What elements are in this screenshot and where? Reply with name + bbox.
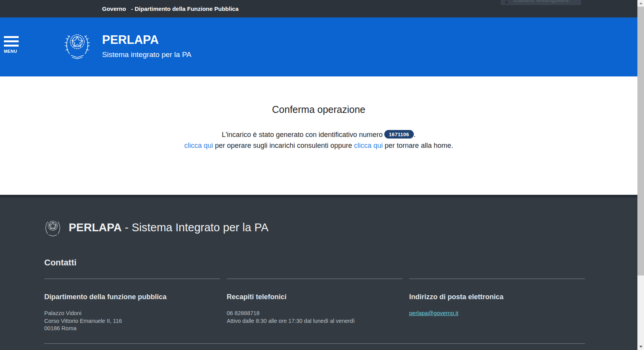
- italy-emblem-icon: [63, 28, 91, 60]
- government-top-bar: Governo - Dipartimento della Funzione Pu…: [0, 0, 637, 17]
- phone-hours: Attivo dalle 8:30 alle ore 17:30 dal lun…: [227, 317, 403, 325]
- phone-number: 06 82888718: [227, 310, 403, 317]
- message-suffix: .: [414, 131, 416, 139]
- footer-bottom-divider: [44, 343, 585, 344]
- links-tail-text: per tornare alla home.: [383, 142, 453, 149]
- screen-capture-tooltip[interactable]: Cattura rettangolare: [501, 0, 581, 5]
- department-column-heading: Dipartimento della funzione pubblica: [44, 293, 220, 301]
- footer-column-department: Dipartimento della funzione pubblica Pal…: [44, 279, 220, 333]
- site-header: MENU PERLA: [0, 17, 637, 76]
- footer-brand-text: PERLAPA - Sistema Integrato per la PA: [69, 222, 269, 233]
- menu-button-label: MENU: [4, 49, 21, 54]
- email-column-heading: Indirizzo di posta elettronica: [409, 293, 585, 301]
- address-line: Palazzo Vidoni: [44, 310, 220, 317]
- site-subtitle: Sistema integrato per la PA: [102, 51, 191, 58]
- perlapa-page: Governo - Dipartimento della Funzione Pu…: [0, 0, 637, 350]
- confirmation-message: L'incarico è stato generato con identifi…: [0, 130, 637, 139]
- page-title: Conferma operazione: [0, 104, 637, 115]
- links-middle-text: per operare sugli incarichi consulenti o…: [213, 142, 354, 149]
- hamburger-icon: [4, 36, 21, 47]
- arrow-up-icon: [639, 2, 642, 4]
- footer-brand-tagline: - Sistema Integrato per la PA: [122, 221, 268, 234]
- capture-mode-dot-icon: [505, 1, 508, 4]
- incarichi-consulenti-link[interactable]: clicca qui: [184, 142, 213, 149]
- footer-columns: Dipartimento della funzione pubblica Pal…: [44, 279, 585, 333]
- address-line: Corso Vittorio Emanuele II, 116: [44, 317, 220, 325]
- action-links-line: clicca qui per operare sugli incarichi c…: [0, 142, 637, 150]
- scroll-up-button[interactable]: [637, 0, 644, 7]
- vertical-scrollbar[interactable]: [637, 0, 644, 350]
- site-title: PERLAPA: [102, 34, 191, 46]
- contacts-heading: Contatti: [44, 258, 76, 268]
- government-bar-text: Governo - Dipartimento della Funzione Pu…: [102, 0, 239, 17]
- scroll-down-button[interactable]: [637, 343, 644, 350]
- browser-viewport: Governo - Dipartimento della Funzione Pu…: [0, 0, 644, 350]
- footer-column-phone: Recapiti telefonici 06 82888718 Attivo d…: [227, 279, 403, 333]
- address-line: 00186 Roma: [44, 325, 220, 333]
- footer-brand-name: PERLAPA: [69, 221, 122, 234]
- scrollbar-thumb[interactable]: [637, 7, 644, 275]
- arrow-down-icon: [639, 346, 642, 348]
- message-prefix: L'incarico è stato generato con identifi…: [222, 131, 383, 139]
- footer-brand: PERLAPA - Sistema Integrato per la PA: [43, 217, 269, 238]
- main-content: Conferma operazione L'incarico è stato g…: [0, 76, 637, 195]
- italy-emblem-footer-icon: [43, 217, 62, 238]
- incarico-id-badge: 1671106: [384, 130, 414, 139]
- phone-column-heading: Recapiti telefonici: [227, 293, 403, 301]
- governo-label[interactable]: Governo: [102, 5, 126, 12]
- site-footer: PERLAPA - Sistema Integrato per la PA Co…: [0, 195, 637, 350]
- department-label: - Dipartimento della Funzione Pubblica: [131, 5, 239, 12]
- header-brand[interactable]: PERLAPA Sistema integrato per la PA: [63, 28, 191, 60]
- capture-mode-label: Cattura rettangolare: [514, 0, 569, 3]
- footer-column-email: Indirizzo di posta elettronica perlapa@g…: [409, 279, 585, 333]
- menu-button[interactable]: MENU: [4, 36, 21, 54]
- home-link[interactable]: clicca qui: [354, 142, 383, 149]
- email-link[interactable]: perlapa@governo.it: [409, 310, 458, 316]
- header-brand-text: PERLAPA Sistema integrato per la PA: [102, 28, 191, 60]
